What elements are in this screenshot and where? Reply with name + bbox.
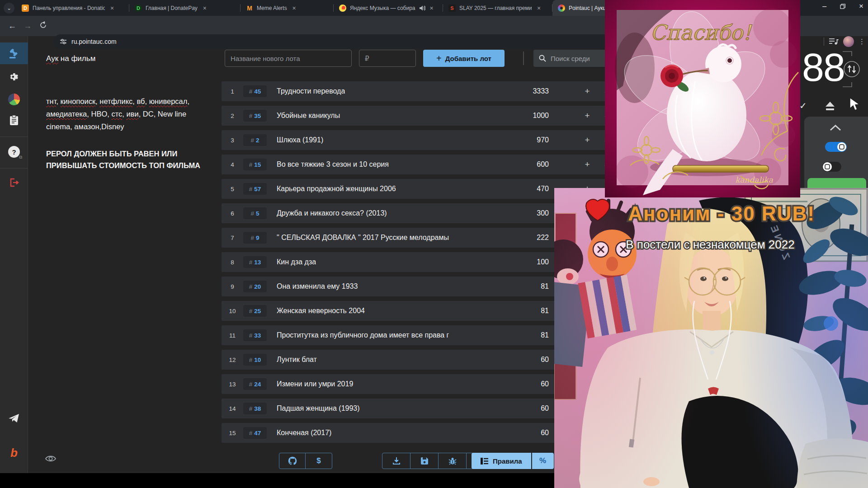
donate-button[interactable]: $: [306, 453, 332, 469]
add-amount-icon[interactable]: +: [582, 86, 592, 96]
lot-value[interactable]: 60: [541, 356, 549, 364]
close-window-icon[interactable]: ×: [859, 2, 863, 11]
lot-row[interactable]: 7#9" СЕЛЬСКАЯ ДОВАЛКА " 2017 Русские мел…: [222, 228, 611, 248]
lot-row[interactable]: 2#35Убойные каникулы1000+#: [222, 106, 611, 126]
lot-row[interactable]: 10#25Женская неверность 200481+#: [222, 301, 611, 321]
lot-value[interactable]: 81: [541, 307, 549, 315]
lot-id-chip[interactable]: #25: [243, 305, 267, 317]
lot-name[interactable]: " СЕЛЬСКАЯ ДОВАЛКА " 2017 Русские мелодр…: [277, 234, 449, 242]
lot-name[interactable]: Шлюха (1991): [277, 136, 323, 144]
lot-row[interactable]: 12#10Лунтик блат60+#: [222, 350, 611, 370]
lot-row[interactable]: 6#5Дружба и никакого секса? (2013)300+#: [222, 203, 611, 223]
browser-tab[interactable]: DГлавная | DonatePay×: [129, 0, 241, 16]
lot-value[interactable]: 81: [541, 331, 549, 339]
rail-item-telegram[interactable]: [0, 408, 28, 429]
lot-row[interactable]: 13#24Измени или умри 201960+#: [222, 374, 611, 394]
lot-row[interactable]: 15#47Конченая (2017)60+#: [222, 423, 611, 443]
auction-description[interactable]: Аук на фильм тнт, кинопоиск, нетфликс, в…: [46, 54, 214, 171]
new-lot-price-input[interactable]: [359, 50, 416, 67]
tab-close-icon[interactable]: ×: [291, 5, 298, 12]
lot-id-chip[interactable]: #35: [243, 110, 267, 122]
lot-value[interactable]: 60: [541, 404, 549, 413]
lot-name[interactable]: Женская неверность 2004: [277, 307, 365, 315]
lot-value[interactable]: 600: [537, 160, 549, 169]
add-lot-button[interactable]: + Добавить лот: [423, 50, 505, 67]
lot-id-chip[interactable]: #2: [243, 134, 267, 146]
eject-icon[interactable]: [824, 100, 836, 112]
toggle-on[interactable]: [825, 142, 847, 152]
lot-id-chip[interactable]: #20: [243, 281, 267, 292]
new-lot-name-input[interactable]: [225, 50, 352, 67]
rules-button[interactable]: Правила: [472, 453, 531, 469]
tab-close-icon[interactable]: ×: [201, 5, 208, 12]
lot-id-chip[interactable]: #9: [243, 232, 267, 244]
lot-id-chip[interactable]: #45: [243, 85, 267, 97]
tab-audio-icon[interactable]: [419, 5, 425, 11]
add-amount-icon[interactable]: +: [582, 160, 592, 169]
collapse-chevron-icon[interactable]: [830, 125, 841, 131]
rail-item-help[interactable]: ? ⧉: [0, 141, 28, 163]
lot-name[interactable]: Конченая (2017): [277, 429, 331, 437]
percent-button[interactable]: %: [532, 453, 554, 469]
lot-name[interactable]: Во все тяжкие 3 сезон и 10 серия: [277, 160, 389, 169]
lot-id-chip[interactable]: #10: [243, 354, 267, 366]
save-button[interactable]: [410, 453, 439, 469]
browser-tab[interactable]: MMeme Alerts×: [241, 0, 334, 16]
debug-button[interactable]: [439, 453, 467, 469]
browser-tab[interactable]: Яндекс Музыка — собира×: [334, 0, 443, 16]
lot-id-chip[interactable]: #33: [243, 329, 267, 341]
check-icon[interactable]: ✓: [799, 100, 807, 111]
lot-id-chip[interactable]: #47: [243, 427, 267, 439]
add-amount-icon[interactable]: +: [582, 111, 592, 121]
download-button[interactable]: [382, 453, 410, 469]
lot-name[interactable]: Измени или умри 2019: [277, 380, 353, 388]
browser-tab[interactable]: SSLAY 2025 — главная премия×: [443, 0, 552, 16]
lot-row[interactable]: 3#2Шлюха (1991)970+#: [222, 130, 611, 150]
lot-name[interactable]: Убойные каникулы: [277, 112, 340, 120]
rail-item-logout[interactable]: [0, 172, 28, 193]
tab-close-icon[interactable]: ×: [108, 5, 116, 12]
rail-item-boosty[interactable]: b: [0, 442, 28, 464]
lot-value[interactable]: 222: [537, 234, 549, 242]
browser-menu-icon[interactable]: ⋮: [859, 38, 865, 46]
browser-tab[interactable]: DПанель управления - Donatio×: [16, 0, 129, 16]
lot-name[interactable]: Кин дза дза: [277, 258, 316, 266]
lot-value[interactable]: 970: [537, 136, 549, 144]
rail-item-settings[interactable]: [0, 66, 28, 88]
lot-id-chip[interactable]: #24: [243, 378, 267, 390]
rail-item-history[interactable]: [0, 109, 28, 131]
lot-value[interactable]: 100: [537, 258, 549, 266]
reload-icon[interactable]: [35, 21, 51, 31]
tab-close-icon[interactable]: ×: [428, 5, 435, 12]
lot-value[interactable]: 60: [541, 380, 549, 388]
tab-search-button[interactable]: ⌄: [4, 3, 14, 14]
lot-row[interactable]: 11#33Проститутка из публичного дома имее…: [222, 325, 611, 345]
toggle-off[interactable]: [822, 162, 841, 172]
lot-name[interactable]: Карьера продажной женщины 2006: [277, 185, 396, 193]
lot-name[interactable]: Лунтик блат: [277, 356, 317, 364]
lot-value[interactable]: 60: [541, 429, 549, 437]
lot-id-chip[interactable]: #15: [243, 159, 267, 170]
lot-id-chip[interactable]: #57: [243, 183, 267, 195]
lot-name[interactable]: Проститутка из публичного дома имеет все…: [277, 331, 449, 339]
back-icon[interactable]: ←: [5, 21, 20, 31]
minimize-icon[interactable]: –: [822, 2, 826, 10]
github-button[interactable]: [279, 453, 306, 469]
visibility-eye-icon[interactable]: [45, 455, 56, 463]
lot-id-chip[interactable]: #5: [243, 207, 267, 219]
lot-value[interactable]: 3333: [533, 87, 549, 95]
lot-row[interactable]: 4#15Во все тяжкие 3 сезон и 10 серия600+…: [222, 155, 611, 174]
sort-order-icon[interactable]: [839, 51, 863, 88]
lot-value[interactable]: 81: [541, 282, 549, 291]
lot-name[interactable]: Она изменила ему 1933: [277, 282, 358, 291]
lot-row[interactable]: 14#38Падшая женщина (1993)60+#: [222, 399, 611, 418]
rail-item-auction[interactable]: [0, 42, 28, 64]
restore-icon[interactable]: [840, 4, 845, 9]
profile-avatar[interactable]: [843, 36, 854, 47]
site-info-icon[interactable]: [60, 38, 67, 45]
lot-id-chip[interactable]: #38: [243, 403, 267, 414]
lot-name[interactable]: Падшая женщина (1993): [277, 404, 360, 413]
lot-value[interactable]: 470: [537, 185, 549, 193]
lot-row[interactable]: 1#45Трудности перевода3333+#: [222, 81, 611, 101]
forward-icon[interactable]: →: [20, 21, 35, 31]
